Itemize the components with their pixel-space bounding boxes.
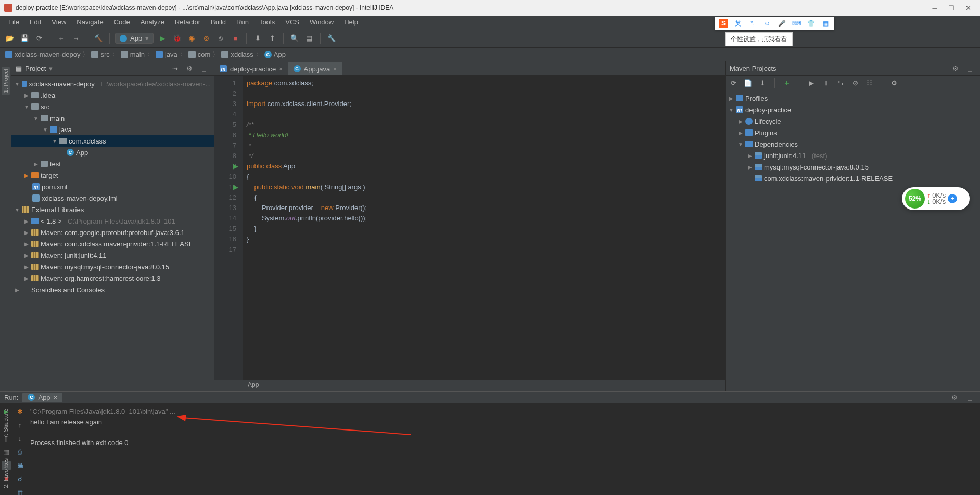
dump-icon[interactable]: ✱ [15,407,24,416]
bc-com[interactable]: com [188,50,211,58]
forward-icon[interactable]: → [70,33,82,44]
toolbox-icon[interactable]: ▦ [821,19,830,28]
run-maven-icon[interactable]: ▶ [807,79,816,88]
voice-icon[interactable]: 🎤 [777,19,786,28]
stop-icon[interactable]: ■ [230,33,241,44]
hide-icon[interactable]: ⎯ [964,63,976,74]
sogou-icon[interactable]: S [719,19,728,28]
run-icon[interactable]: ▶ [157,33,168,44]
network-widget[interactable]: 52% ↑ 0K/s ↓ 0K/s + [902,187,970,210]
bc-project[interactable]: xdclass-maven-depoy [5,50,80,58]
gear-icon[interactable]: ⚙ [184,63,195,74]
profile-icon[interactable]: ⊚ [200,33,212,44]
build-icon[interactable]: 🔨 [93,33,104,44]
run-tab-app[interactable]: CApp× [22,393,62,402]
project-tree[interactable]: xdclass-maven-depoy E:\workspace\idea\xd… [11,76,214,391]
up-icon[interactable]: ↑ [15,420,24,429]
structure-icon[interactable]: ▤ [303,33,315,44]
menu-edit[interactable]: Edit [26,17,45,27]
side-tab-favorites[interactable]: 2: Favorites [2,456,10,490]
search-icon[interactable]: 🔍 [289,33,300,44]
editor-gutter[interactable]: 1234567891011121314151617 ▶ ▶ [214,76,243,380]
hide-icon[interactable]: ⎯ [198,63,210,74]
execute-icon[interactable]: ⫴ [821,79,831,88]
skin-icon[interactable]: 👕 [806,19,816,28]
project-panel-title[interactable]: ▤Project▾ [16,64,169,72]
menu-file[interactable]: File [4,17,23,27]
window-titlebar: deploy-practice [E:\workspace\idea\xdcla… [0,0,980,16]
menu-window[interactable]: Window [306,17,338,27]
menu-build[interactable]: Build [207,17,230,27]
tree-package[interactable]: com.xdclass [11,135,214,147]
gutter-run-icon[interactable]: ▶ [233,182,238,192]
settings-icon[interactable]: ⚙ [889,79,899,88]
open-icon[interactable]: 📂 [4,33,16,44]
gear-icon[interactable]: ⚙ [949,392,960,403]
add-icon[interactable]: + [782,79,792,88]
back-icon[interactable]: ← [56,33,67,44]
editor-breadcrumb[interactable]: App [214,380,725,391]
side-tab-structure[interactable]: 7: Structure [2,407,10,440]
maven-tree[interactable]: Profiles mdeploy-practice Lifecycle Plug… [726,90,980,391]
bc-xdclass[interactable]: xdclass [221,50,253,58]
menu-code[interactable]: Code [110,17,134,27]
punct-icon[interactable]: °, [748,19,757,28]
close-icon[interactable]: × [279,66,282,72]
bc-app[interactable]: CApp [264,50,286,58]
tab-deploy-practice[interactable]: mdeploy-practice× [214,62,288,75]
down-icon[interactable]: ↓ [15,434,24,443]
bc-src[interactable]: src [91,50,109,58]
run-config-selector[interactable]: App ▾ [115,33,154,44]
menu-view[interactable]: View [47,17,70,27]
gear-icon[interactable]: ⚙ [950,63,961,74]
emoji-icon[interactable]: ☺ [762,19,772,28]
lang-icon[interactable]: 英 [733,19,743,28]
collapse-icon[interactable]: ⇢ [169,63,181,74]
coverage-icon[interactable]: ◉ [186,33,197,44]
refresh-icon[interactable]: ⟳ [33,33,45,44]
tree-app-file[interactable]: CApp [11,147,214,158]
clear-icon[interactable]: ☌ [15,474,24,484]
code-content[interactable]: package com.xdclass; import com.xdclass.… [243,76,725,380]
bc-main[interactable]: main [121,50,145,58]
menu-refactor[interactable]: Refactor [171,17,205,27]
gutter-run-icon[interactable]: ▶ [233,161,238,172]
print-icon[interactable]: 🖶 [15,461,24,470]
menu-run[interactable]: Run [232,17,253,27]
trash-icon[interactable]: 🗑 [15,488,24,495]
close-icon[interactable]: × [54,394,58,401]
bc-java[interactable]: java [156,50,177,58]
reload-icon[interactable]: ⟳ [729,79,738,88]
code-editor[interactable]: 1234567891011121314151617 ▶ ▶ package co… [214,76,725,380]
menu-help[interactable]: Help [340,17,362,27]
close-icon[interactable]: × [333,66,336,72]
menu-analyze[interactable]: Analyze [136,17,169,27]
menu-vcs[interactable]: VCS [281,17,303,27]
side-tab-project[interactable]: 1: Project [2,67,10,95]
tab-app-java[interactable]: CApp.java× [288,62,342,75]
save-icon[interactable]: 💾 [19,33,30,44]
skip-tests-icon[interactable]: ⊘ [850,79,860,88]
ime-toolbar[interactable]: S 英 °, ☺ 🎤 ⌨ 👕 ▦ [715,17,834,30]
keyboard-icon[interactable]: ⌨ [792,19,801,28]
wrench-icon[interactable]: 🔧 [326,33,337,44]
widget-add-icon[interactable]: + [948,194,957,203]
svg-marker-1 [177,415,186,421]
debug-icon[interactable]: 🐞 [171,33,183,44]
attach-icon[interactable]: ⎋ [215,33,226,44]
minimize-button[interactable]: ─ [931,4,938,11]
scroll-icon[interactable]: ⎙ [15,447,24,457]
vcs-update-icon[interactable]: ⬇ [252,33,263,44]
maximize-button[interactable]: ☐ [948,4,955,11]
vcs-commit-icon[interactable]: ⬆ [266,33,278,44]
toggle-icon[interactable]: ⇆ [836,79,845,88]
hide-icon[interactable]: ⎯ [964,392,976,403]
run-console[interactable]: "C:\Program Files\Java\jdk1.8.0_101\bin\… [26,403,980,495]
generate-icon[interactable]: 📄 [743,79,753,88]
download-icon[interactable]: ⬇ [758,79,767,88]
ime-tooltip[interactable]: 个性设置，点我看看 [725,32,793,46]
show-deps-icon[interactable]: ☷ [865,79,874,88]
close-button[interactable]: ✕ [964,4,972,11]
menu-navigate[interactable]: Navigate [72,17,107,27]
menu-tools[interactable]: Tools [255,17,279,27]
